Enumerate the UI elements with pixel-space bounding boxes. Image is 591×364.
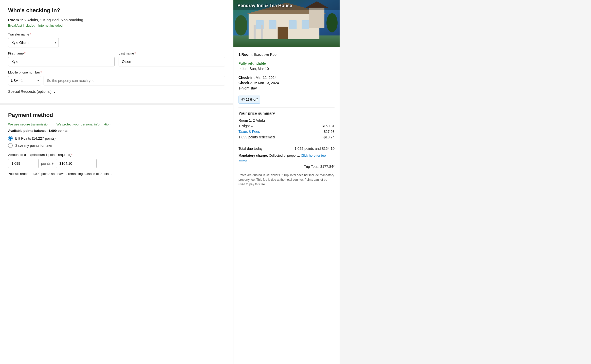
points-redeemed-label: 1,099 points redeemed — [238, 135, 275, 139]
checking-in-section: Who's checking in? Room 1: 2 Adults, 1 K… — [0, 0, 233, 101]
night-chevron-icon: ⌄ — [251, 124, 254, 128]
checkin-row: Check-in: Mar 12, 2024 Check-out: Mar 13… — [238, 75, 335, 91]
section-divider — [0, 103, 233, 105]
svg-rect-8 — [289, 20, 297, 29]
points-amount-input[interactable] — [8, 159, 39, 168]
payment-section: Payment method We use secure transmissio… — [0, 105, 233, 183]
sidebar-body: 1 Room: Executive Room Fully refundable … — [233, 47, 340, 192]
room-details: 2 Adults, 1 King Bed, Non-smoking — [24, 18, 83, 22]
total-label: Total due today: — [238, 147, 264, 151]
trip-total: Trip Total: $177.84* — [238, 164, 335, 169]
mobile-phone-field: Mobile phone number* USA +1 ▾ — [8, 70, 225, 85]
refundable-date: before Sun, Mar 10 — [238, 67, 269, 71]
discount-row: 🏷 22% off — [238, 95, 335, 104]
phone-country-wrapper: USA +1 ▾ — [8, 76, 41, 85]
discount-badge: 🏷 22% off — [238, 96, 260, 104]
svg-rect-12 — [261, 25, 263, 39]
rates-note: Rates are quoted in US dollars. * Trip T… — [238, 173, 335, 187]
room-type-value: Executive Room — [254, 52, 280, 57]
payment-title: Payment method — [8, 112, 225, 118]
checkin-label: Check-in: — [238, 76, 255, 80]
mandatory-section: Mandatory charge: Collected at property.… — [238, 153, 335, 169]
protect-info-link[interactable]: We protect your personal information — [57, 122, 110, 126]
discount-label: 22% off — [246, 97, 257, 102]
svg-rect-7 — [269, 20, 276, 29]
room-info: Room 1: 2 Adults, 1 King Bed, Non-smokin… — [8, 18, 225, 22]
last-name-label: Last name* — [119, 51, 225, 55]
checkin-date: Mar 12, 2024 — [256, 76, 277, 80]
payment-links: We use secure transmission We protect yo… — [8, 122, 225, 126]
points-balance: Available points balance: 1,099 points — [8, 129, 225, 133]
room-type-row: 1 Room: Executive Room — [238, 52, 335, 57]
traveler-name-select-wrapper: Kyle Olsen ▾ — [8, 38, 59, 47]
mandatory-label: Mandatory charge: — [238, 154, 268, 157]
special-requests-label: Special Requests (optional) — [8, 89, 51, 94]
save-points-option[interactable]: Save my points for later — [8, 143, 225, 148]
traveler-name-label: Traveler name* — [8, 32, 225, 36]
discount-icon: 🏷 — [241, 97, 245, 102]
save-points-label: Save my points for later — [15, 143, 52, 148]
first-name-label: First name* — [8, 51, 115, 55]
phone-number-input[interactable] — [44, 76, 225, 85]
svg-rect-11 — [254, 25, 256, 39]
points-redeemed-value: -$13.74 — [323, 135, 335, 139]
room-type-label: 1 Room: — [238, 52, 253, 57]
first-name-input[interactable] — [8, 57, 115, 66]
amount-row: points + — [8, 159, 225, 168]
special-requests-chevron-icon: ⌄ — [53, 89, 56, 94]
svg-rect-10 — [278, 27, 288, 39]
price-summary-title: Your price summary — [238, 111, 335, 115]
save-points-radio[interactable] — [8, 143, 13, 148]
traveler-name-field: Traveler name* Kyle Olsen ▾ — [8, 32, 225, 47]
payment-radio-group: Bilt Points (14,227 points) Save my poin… — [8, 136, 225, 148]
refundable-label: Fully refundable — [238, 61, 266, 65]
room-tags: Breakfast included Internet included — [8, 24, 225, 27]
checkout-label: Check-out: — [238, 81, 257, 85]
name-row: First name* Last name* — [8, 51, 225, 70]
price-divider — [238, 107, 335, 107]
svg-point-13 — [235, 15, 247, 35]
total-row: Total due today: 1,099 points and $164.1… — [238, 147, 335, 151]
total-value: 1,099 points and $164.10 — [294, 147, 335, 151]
total-divider — [238, 143, 335, 143]
secure-transmission-link[interactable]: We use secure transmission — [8, 122, 49, 126]
room1-label: Room 1: 2 Adults — [238, 118, 266, 122]
mandatory-text: Collected at property. — [269, 154, 300, 157]
bilt-points-radio[interactable] — [8, 136, 13, 141]
traveler-name-select[interactable]: Kyle Olsen — [8, 38, 59, 47]
internet-tag: Internet included — [38, 24, 63, 27]
money-amount-input[interactable] — [56, 159, 97, 168]
svg-rect-9 — [302, 20, 309, 29]
night-price-row: 1 Night ⌄ $150.31 — [238, 124, 335, 128]
svg-point-14 — [326, 13, 338, 32]
stay-duration: 1-night stay — [238, 86, 257, 90]
taxes-label[interactable]: Taxes & Fees — [238, 130, 260, 134]
room-label: Room 1: — [8, 18, 23, 22]
hotel-name: Pendray Inn & Tea House — [237, 3, 292, 8]
points-redeemed-row: 1,099 points redeemed -$13.74 — [238, 135, 335, 139]
breakfast-tag: Breakfast included — [8, 24, 35, 27]
bilt-points-option[interactable]: Bilt Points (14,227 points) — [8, 136, 225, 141]
mobile-phone-label: Mobile phone number* — [8, 70, 225, 74]
special-requests-toggle[interactable]: Special Requests (optional) ⌄ — [8, 89, 225, 94]
svg-rect-4 — [309, 8, 324, 28]
night-price: $150.31 — [322, 124, 335, 128]
checking-in-title: Who's checking in? — [8, 7, 225, 14]
room1-row: Room 1: 2 Adults — [238, 118, 335, 122]
phone-country-select[interactable]: USA +1 — [8, 76, 41, 85]
checkout-date: Mar 13, 2024 — [258, 81, 279, 85]
night-label: 1 Night ⌄ — [238, 124, 254, 128]
bilt-points-label: Bilt Points (14,227 points) — [15, 136, 56, 140]
phone-row: USA +1 ▾ — [8, 76, 225, 85]
taxes-row: Taxes & Fees $27.53 — [238, 130, 335, 134]
points-separator: points + — [41, 161, 53, 166]
amount-label: Amount to use (minimum 1 points required… — [8, 153, 225, 157]
redeem-note: You will redeem 1,099 points and have a … — [8, 172, 225, 176]
last-name-input[interactable] — [119, 57, 225, 66]
taxes-price: $27.53 — [324, 130, 335, 134]
last-name-field: Last name* — [119, 51, 225, 66]
first-name-field: First name* — [8, 51, 115, 66]
sidebar: Pendray Inn & Tea House 1 Room: Executiv… — [233, 0, 340, 364]
hotel-image: Pendray Inn & Tea House — [233, 0, 340, 47]
refundable-row: Fully refundable before Sun, Mar 10 — [238, 61, 335, 71]
